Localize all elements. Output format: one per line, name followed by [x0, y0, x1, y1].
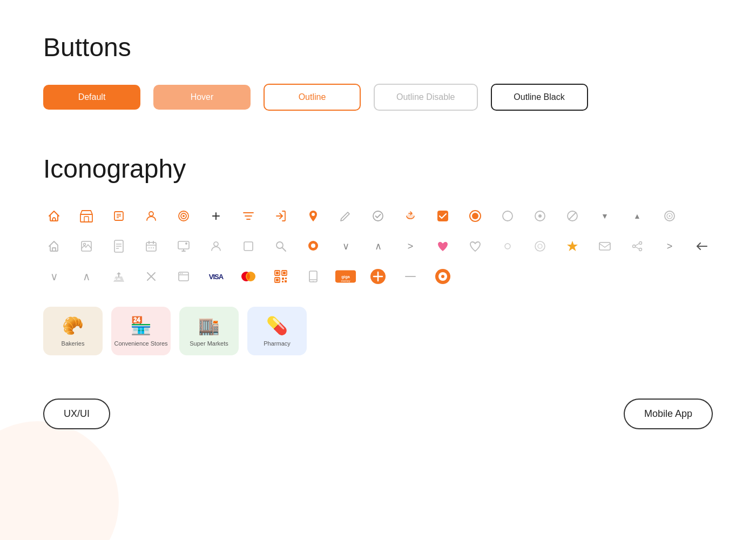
- image-icon[interactable]: [76, 235, 97, 257]
- circle-target-icon[interactable]: [659, 205, 680, 227]
- location-filled-icon[interactable]: [302, 235, 324, 257]
- svg-rect-41: [178, 241, 189, 249]
- radio-selected-icon[interactable]: [464, 205, 486, 227]
- mail-icon[interactable]: [594, 235, 616, 257]
- svg-point-65: [180, 273, 181, 274]
- target-icon[interactable]: [173, 205, 194, 227]
- monitor-icon[interactable]: [173, 235, 194, 257]
- user-icon[interactable]: [140, 205, 162, 227]
- recycle-icon[interactable]: [108, 266, 130, 287]
- mobile-app-button[interactable]: Mobile App: [624, 399, 713, 429]
- heart-outline-icon[interactable]: [464, 235, 486, 257]
- chevron-right2-icon[interactable]: >: [659, 235, 680, 257]
- super-markets-label: Super Markets: [190, 340, 228, 347]
- home-icon[interactable]: [43, 205, 65, 227]
- small-circle-icon[interactable]: [497, 235, 518, 257]
- chevron-down-icon[interactable]: ∨: [335, 235, 356, 257]
- home-outline-icon[interactable]: [43, 235, 65, 257]
- convenience-stores-tile[interactable]: 🏪 Convenience Stores: [111, 307, 171, 355]
- svg-rect-77: [282, 281, 284, 282]
- close-icon[interactable]: [140, 266, 162, 287]
- tablet-icon[interactable]: [302, 266, 324, 287]
- pharmacy-tile[interactable]: 💊 Pharmacy: [247, 307, 307, 355]
- svg-point-55: [639, 242, 642, 245]
- location-pin-icon[interactable]: [302, 205, 324, 227]
- user-outline-icon[interactable]: [205, 235, 227, 257]
- svg-point-39: [151, 247, 152, 248]
- svg-line-24: [569, 212, 576, 220]
- svg-point-20: [503, 211, 512, 221]
- logout-icon[interactable]: [270, 205, 292, 227]
- svg-text:money: money: [341, 279, 350, 282]
- hover-button[interactable]: Hover: [153, 85, 251, 110]
- caret-up-icon[interactable]: ∧: [76, 266, 97, 287]
- circle-dot-icon[interactable]: [529, 205, 551, 227]
- bakeries-tile[interactable]: 🥐 Bakeries: [43, 307, 103, 355]
- pencil-icon[interactable]: [335, 205, 356, 227]
- bakeries-label: Bakeries: [62, 340, 85, 347]
- svg-point-91: [441, 275, 444, 278]
- calendar-icon[interactable]: [140, 235, 162, 257]
- bottom-navigation: UX/UI Mobile App: [43, 399, 713, 429]
- browser-icon[interactable]: [173, 266, 194, 287]
- chevron-right-icon[interactable]: >: [400, 235, 421, 257]
- store-icon[interactable]: [76, 205, 97, 227]
- heart-filled-icon[interactable]: [432, 235, 454, 257]
- ux-ui-button[interactable]: UX/UI: [43, 399, 110, 429]
- svg-point-45: [214, 242, 218, 246]
- svg-point-38: [148, 247, 150, 248]
- buttons-section: Buttons Default Hover Outline Outline Di…: [43, 32, 713, 111]
- share2-icon[interactable]: [626, 235, 648, 257]
- super-markets-icon: 🏬: [198, 315, 220, 336]
- square-icon[interactable]: [238, 235, 259, 257]
- check-circle-icon[interactable]: [367, 205, 389, 227]
- svg-rect-88: [405, 276, 416, 277]
- category-tiles-row: 🥐 Bakeries 🏪 Convenience Stores 🏬 Super …: [43, 307, 713, 355]
- svg-rect-79: [309, 271, 317, 282]
- svg-point-9: [183, 215, 185, 217]
- outline-black-button[interactable]: Outline Black: [491, 84, 588, 111]
- minus-icon[interactable]: [400, 266, 421, 287]
- chevron-down-small-icon[interactable]: ▼: [594, 205, 616, 227]
- list-icon[interactable]: [108, 205, 130, 227]
- svg-point-66: [182, 273, 183, 274]
- chevron-up-icon[interactable]: ∧: [367, 235, 389, 257]
- qr-icon[interactable]: [270, 266, 292, 287]
- super-markets-tile[interactable]: 🏬 Super Markets: [179, 307, 239, 355]
- circle-inner-icon[interactable]: [529, 235, 551, 257]
- check-icon[interactable]: ∨: [43, 266, 65, 287]
- svg-line-58: [636, 244, 639, 246]
- outline-button[interactable]: Outline: [264, 84, 361, 111]
- icon-row-1: +: [43, 205, 713, 227]
- outline-disable-button[interactable]: Outline Disable: [374, 84, 478, 111]
- iconography-title: Iconography: [43, 154, 713, 184]
- svg-point-40: [153, 247, 154, 248]
- mastercard-icon[interactable]: [238, 266, 259, 287]
- svg-rect-1: [84, 217, 89, 222]
- star-icon[interactable]: [562, 235, 583, 257]
- checkbox-checked-icon[interactable]: [432, 205, 454, 227]
- document-icon[interactable]: [108, 235, 130, 257]
- filter-icon[interactable]: [238, 205, 259, 227]
- giga-money-icon[interactable]: giga money: [335, 266, 356, 287]
- svg-point-81: [313, 281, 314, 282]
- plus-icon[interactable]: +: [205, 205, 227, 227]
- pharmacy-icon: 💊: [266, 315, 288, 336]
- search-icon[interactable]: [270, 235, 292, 257]
- svg-line-48: [282, 248, 286, 251]
- default-button[interactable]: Default: [43, 85, 140, 110]
- svg-rect-75: [282, 278, 284, 280]
- target-filled-icon[interactable]: [432, 266, 454, 287]
- svg-point-51: [505, 244, 510, 249]
- circle-icon[interactable]: [497, 205, 518, 227]
- svg-rect-46: [244, 242, 253, 251]
- arrow-left-icon[interactable]: [691, 235, 713, 257]
- slash-circle-icon[interactable]: [562, 205, 583, 227]
- plus-circle-icon[interactable]: [367, 266, 389, 287]
- svg-point-44: [185, 242, 187, 245]
- share-icon[interactable]: [400, 205, 421, 227]
- chevron-up-small-icon[interactable]: ▲: [626, 205, 648, 227]
- svg-point-15: [373, 211, 383, 221]
- svg-point-27: [669, 215, 671, 217]
- visa-icon[interactable]: VISA: [205, 266, 227, 287]
